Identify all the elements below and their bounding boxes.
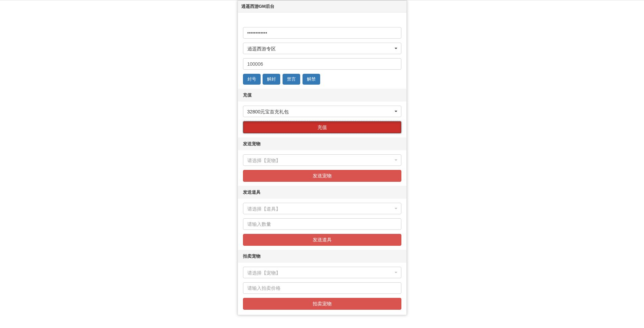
recharge-package-value: 32800元宝首充礼包	[243, 106, 401, 117]
recharge-submit-button[interactable]: 充值	[243, 121, 401, 134]
auction-price-input[interactable]	[243, 282, 401, 294]
recharge-package-select[interactable]: 32800元宝首充礼包	[243, 106, 401, 117]
send-item-submit-button[interactable]: 发送道具	[243, 234, 401, 246]
auction-pet-select[interactable]: 请选择【宠物】	[243, 267, 401, 278]
server-select[interactable]: 逍遥西游专区	[243, 43, 401, 54]
panel-title: 逍遥西游GM后台	[238, 1, 406, 13]
send-pet-section-title: 发送宠物	[238, 137, 406, 150]
item-select-placeholder: 请选择【道具】	[243, 203, 401, 214]
mute-button[interactable]: 禁言	[283, 74, 300, 85]
unmute-button[interactable]: 解禁	[303, 74, 320, 85]
send-pet-submit-button[interactable]: 发送宠物	[243, 170, 401, 182]
pet-select[interactable]: 请选择【宠物】	[243, 154, 401, 166]
auction-pet-section-title: 拍卖宠物	[238, 250, 406, 263]
player-id-input[interactable]	[243, 58, 401, 70]
auction-pet-select-placeholder: 请选择【宠物】	[243, 267, 401, 278]
password-input[interactable]	[243, 27, 401, 39]
recharge-section-title: 充值	[238, 89, 406, 102]
item-quantity-input[interactable]	[243, 218, 401, 230]
admin-panel: 逍遥西游GM后台 逍遥西游专区 封号 解封 禁言 解禁 充值	[238, 0, 407, 315]
ban-button[interactable]: 封号	[243, 74, 261, 85]
pet-select-placeholder: 请选择【宠物】	[243, 154, 401, 166]
server-select-value: 逍遥西游专区	[243, 43, 401, 54]
unban-button[interactable]: 解封	[263, 74, 280, 85]
send-item-section-title: 发送道具	[238, 186, 406, 199]
auction-pet-submit-button[interactable]: 拍卖宠物	[243, 298, 401, 310]
item-select[interactable]: 请选择【道具】	[243, 203, 401, 214]
